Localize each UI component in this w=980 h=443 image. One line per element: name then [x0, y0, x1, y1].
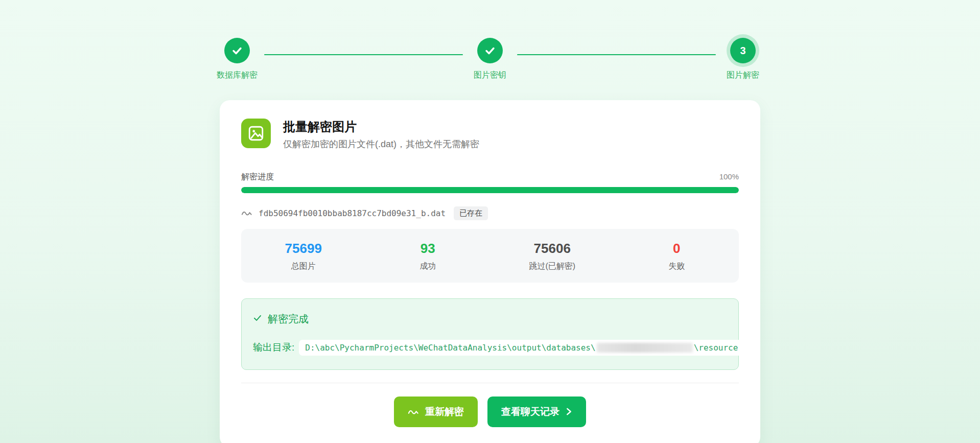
progress-percent: 100%	[719, 172, 739, 181]
file-exists-badge: 已存在	[454, 206, 488, 220]
divider	[241, 383, 739, 383]
result-panel: 解密完成 输出目录: D:\abc\PycharmProjects\WeChat…	[241, 298, 739, 370]
current-file-row: fdb50694fb0010bbab8187cc7bd09e31_b.dat 已…	[241, 206, 739, 220]
output-directory-label: 输出目录:	[253, 341, 294, 354]
stat-value: 75606	[490, 241, 615, 257]
redecrypt-button[interactable]: 重新解密	[394, 397, 478, 427]
path-prefix: D:\abc\PycharmProjects\WeChatDataAnalysi…	[305, 343, 595, 353]
card-header-text: 批量解密图片 仅解密加密的图片文件(.dat)，其他文件无需解密	[283, 119, 479, 150]
progress-bar	[241, 187, 739, 193]
path-suffix: \resource	[694, 343, 738, 353]
step-database-decrypt: 数据库解密	[214, 38, 260, 81]
stat-success: 93 成功	[366, 241, 491, 272]
wave-icon	[408, 408, 419, 415]
progress-label: 解密进度	[241, 172, 274, 182]
step-image-key: 图片密钥	[467, 38, 513, 81]
action-buttons: 重新解密 查看聊天记录	[241, 397, 739, 427]
redecrypt-button-label: 重新解密	[425, 405, 464, 418]
step-label: 图片解密	[727, 70, 759, 81]
output-directory-path: D:\abc\PycharmProjects\WeChatDataAnalysi…	[299, 340, 744, 356]
step-connector	[264, 54, 463, 55]
card-subtitle: 仅解密加密的图片文件(.dat)，其他文件无需解密	[283, 138, 479, 150]
stat-value: 75699	[241, 241, 366, 257]
redacted-path-segment	[597, 343, 693, 353]
result-status: 解密完成	[253, 312, 727, 326]
step-done-check-icon	[477, 38, 503, 63]
chevron-right-icon	[566, 407, 572, 416]
step-number: 3	[740, 45, 745, 57]
step-label: 数据库解密	[217, 70, 258, 81]
stat-label: 失败	[615, 261, 739, 272]
step-number-badge: 3	[730, 38, 756, 63]
stat-value: 93	[366, 241, 491, 257]
page: 数据库解密 图片密钥 3 图片解密	[0, 0, 980, 443]
progress-bar-fill	[241, 187, 739, 193]
wave-icon	[241, 209, 252, 217]
output-directory-row: 输出目录: D:\abc\PycharmProjects\WeChatDataA…	[253, 340, 727, 356]
stat-skipped: 75606 跳过(已解密)	[490, 241, 615, 272]
stat-failed: 0 失败	[615, 241, 739, 272]
step-done-check-icon	[224, 38, 250, 63]
stats-panel: 75699 总图片 93 成功 75606 跳过(已解密) 0 失败	[241, 229, 739, 283]
step-label: 图片密钥	[474, 70, 506, 81]
result-status-text: 解密完成	[268, 312, 309, 326]
view-chat-button-label: 查看聊天记录	[501, 405, 559, 418]
decrypt-card: 批量解密图片 仅解密加密的图片文件(.dat)，其他文件无需解密 解密进度 10…	[220, 100, 760, 443]
stat-total-images: 75699 总图片	[241, 241, 366, 272]
stat-value: 0	[615, 241, 739, 257]
card-title: 批量解密图片	[283, 120, 479, 134]
stat-label: 跳过(已解密)	[490, 261, 615, 272]
image-icon	[241, 119, 271, 148]
stepper: 数据库解密 图片密钥 3 图片解密	[214, 38, 766, 81]
view-chat-records-button[interactable]: 查看聊天记录	[487, 397, 586, 427]
stat-label: 成功	[366, 261, 491, 272]
step-connector	[517, 54, 716, 55]
current-file-name: fdb50694fb0010bbab8187cc7bd09e31_b.dat	[259, 208, 446, 218]
check-icon	[253, 313, 262, 324]
progress-header: 解密进度 100%	[241, 172, 739, 182]
card-header: 批量解密图片 仅解密加密的图片文件(.dat)，其他文件无需解密	[241, 119, 739, 150]
step-image-decrypt-active: 3 图片解密	[720, 38, 766, 81]
stat-label: 总图片	[241, 261, 366, 272]
